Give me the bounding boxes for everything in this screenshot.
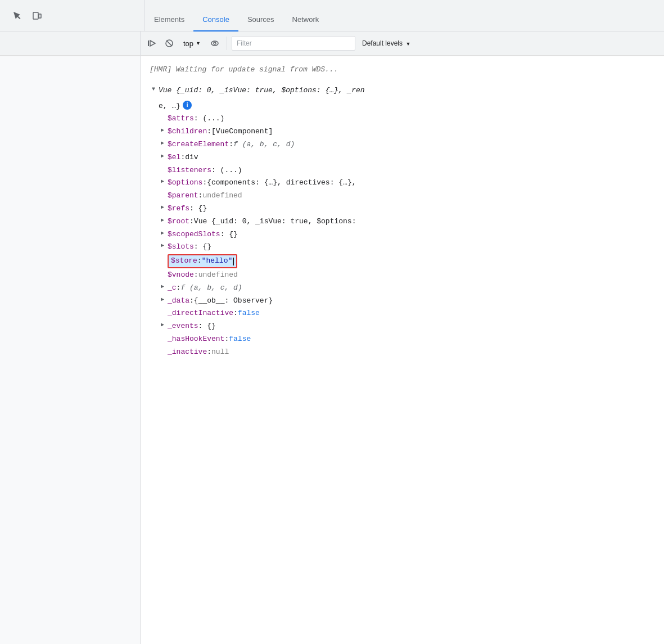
prop-scoped-slots: $scopedSlots : {}	[159, 228, 664, 241]
prop-direct-inactive: _directInactive : false	[159, 307, 664, 320]
svg-point-7	[214, 42, 216, 44]
tab-sources[interactable]: Sources	[238, 9, 283, 31]
expand-children[interactable]	[159, 126, 166, 135]
separator	[227, 37, 227, 50]
console-output[interactable]: [HMR] Waiting for update signal from WDS…	[141, 56, 664, 644]
filter-input[interactable]	[232, 36, 355, 51]
left-panel-stub	[4, 0, 145, 31]
expand-root[interactable]	[159, 216, 166, 225]
tab-network[interactable]: Network	[283, 9, 328, 31]
dropdown-arrow-icon: ▼	[196, 40, 201, 46]
left-panel-stub2	[0, 31, 141, 56]
prop-children: $children : [VueComponent]	[159, 125, 664, 138]
svg-rect-1	[39, 14, 41, 18]
vue-object-root-line2: e, …} i	[150, 100, 664, 113]
prop-attrs: $attrs : (...)	[159, 112, 664, 125]
toolbar-top: Elements Console Sources Network	[0, 0, 664, 31]
expand-refs[interactable]	[159, 203, 166, 212]
console-toolbar: top ▼ Default levels ▼	[141, 31, 664, 56]
prop-parent: $parent : undefined	[159, 190, 664, 202]
hmr-message: [HMR] Waiting for update signal from WDS…	[150, 61, 664, 84]
svg-line-5	[166, 40, 172, 46]
expand-events[interactable]	[159, 321, 166, 330]
expand-scoped-slots[interactable]	[159, 229, 166, 238]
execute-script-button[interactable]	[145, 36, 160, 51]
toolbar-second: top ▼ Default levels ▼	[0, 31, 664, 56]
left-panel	[0, 56, 141, 644]
expand-arrow-vue[interactable]	[150, 85, 157, 94]
prop-has-hook-event: _hasHookEvent : false	[159, 333, 664, 346]
svg-point-6	[211, 41, 218, 46]
expand-create-element[interactable]	[159, 139, 166, 148]
inspect-icon[interactable]	[9, 8, 25, 24]
text-cursor	[233, 258, 234, 265]
tab-elements[interactable]: Elements	[145, 9, 193, 31]
dropdown-levels-icon: ▼	[405, 41, 410, 47]
prop-data: _data : {__ob__: Observer}	[159, 295, 664, 308]
expand-data[interactable]	[159, 295, 166, 304]
expand-el[interactable]	[159, 152, 166, 161]
prop-inactive: _inactive : null	[159, 346, 664, 359]
eye-icon-button[interactable]	[207, 36, 222, 51]
prop-events: _events : {}	[159, 320, 664, 333]
prop-vnode: $vnode : undefined	[159, 269, 664, 282]
prop-options: $options : {components: {…}, directives:…	[159, 177, 664, 190]
top-context-selector[interactable]: top ▼	[179, 38, 205, 49]
prop-el: $el : div	[159, 151, 664, 164]
expand-slots[interactable]	[159, 241, 166, 250]
prop-create-element: $createElement : f (a, b, c, d)	[159, 138, 664, 151]
tab-console[interactable]: Console	[193, 9, 238, 31]
tabs-area: Elements Console Sources Network	[145, 0, 660, 31]
devtools-container: Elements Console Sources Network	[0, 0, 664, 644]
device-icon[interactable]	[29, 8, 45, 24]
clear-console-button[interactable]	[162, 36, 177, 51]
main-content: [HMR] Waiting for update signal from WDS…	[0, 56, 664, 644]
vue-object-root: Vue {_uid: 0, _isVue: true, $options: {……	[150, 84, 664, 100]
prop-store: $store : "hello"	[159, 254, 664, 269]
default-levels-selector[interactable]: Default levels ▼	[358, 39, 415, 47]
store-highlighted: $store : "hello"	[168, 254, 237, 268]
prop-slots: $slots : {}	[159, 241, 664, 254]
expand-c[interactable]	[159, 282, 166, 291]
prop-root: $root : Vue {_uid: 0, _isVue: true, $opt…	[159, 215, 664, 228]
expand-options[interactable]	[159, 177, 166, 186]
svg-marker-2	[150, 40, 155, 46]
prop-listeners: $listeners : (...)	[159, 164, 664, 177]
info-icon[interactable]: i	[183, 101, 192, 110]
svg-rect-0	[33, 12, 38, 19]
prop-refs: $refs : {}	[159, 202, 664, 215]
prop-c: _c : f (a, b, c, d)	[159, 282, 664, 295]
